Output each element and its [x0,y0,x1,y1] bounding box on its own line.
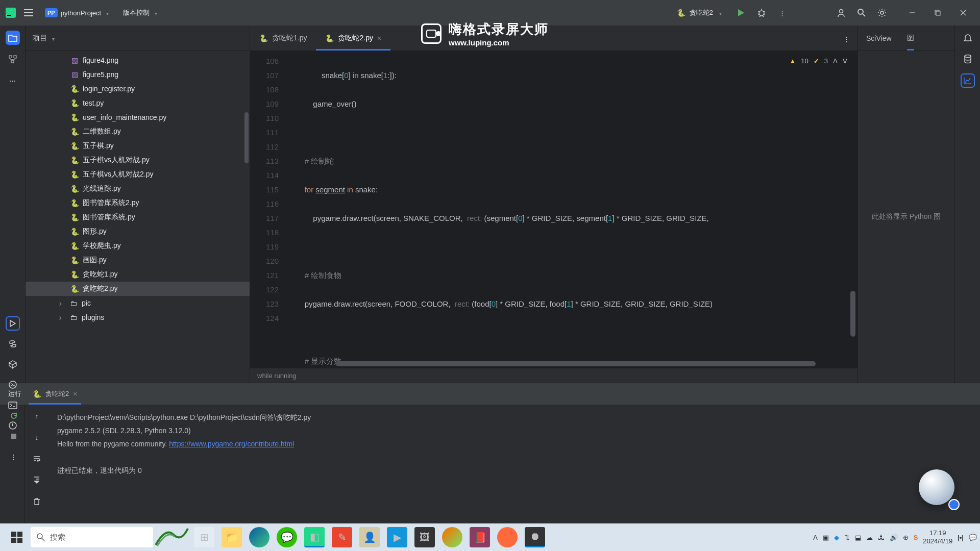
edge-icon[interactable] [249,527,270,547]
project-tool-button[interactable] [6,31,20,45]
file-item[interactable]: 🐍贪吃蛇1.py [26,267,250,282]
file-item[interactable]: ▨figure4.png [26,53,250,67]
down-button[interactable]: ↓ [30,430,44,444]
maximize-button[interactable] [926,5,949,21]
app-icon-6[interactable]: 📕 [470,527,490,547]
wechat-icon[interactable]: 💬 [277,527,297,547]
system-tray[interactable]: ᐱ ▣ ◆ ⇅ ⬓ ☁ 🖧 🔊 ⊕ S 17:19 2024/4/19 |•| … [813,529,977,545]
close-tab-icon[interactable]: × [377,34,381,42]
pygame-link[interactable]: https://www.pygame.org/contribute.html [169,440,294,448]
tray-chevron[interactable]: ᐱ [813,534,818,541]
code-with-me-button[interactable] [835,7,847,19]
scroll-end-button[interactable] [30,473,44,487]
app-icon-2[interactable]: 👤 [359,527,380,547]
run-options-button[interactable]: ⋮ [7,449,21,464]
tray-icon[interactable]: ⊕ [903,534,909,541]
plots-tab[interactable]: 图 [907,26,914,51]
soft-wrap-button[interactable] [30,452,44,466]
folder-item[interactable]: 🗀pic [26,296,250,310]
editor-tab-2[interactable]: 🐍 贪吃蛇2.py × [316,26,390,51]
file-item[interactable]: 🐍二维数组.py [26,124,250,139]
editor-hscrollbar[interactable] [336,361,816,366]
file-item[interactable]: 🐍user_info_maintenance.py [26,110,250,124]
tray-volume-icon[interactable]: 🔊 [890,534,898,541]
inspect-down[interactable]: ᐯ [843,54,847,68]
app-icon-4[interactable]: 🖼 [414,527,435,547]
services-button[interactable] [6,357,20,371]
more-actions-button[interactable]: ⋮ [776,7,788,19]
main-menu-button[interactable] [22,7,35,19]
file-item[interactable]: 🐍光线追踪.py [26,182,250,196]
database-button[interactable] [961,52,975,66]
vcs-menu[interactable]: 版本控制 [119,6,161,19]
notifications-icon[interactable]: 💬 [969,534,977,541]
file-item[interactable]: 🐍图形.py [26,224,250,239]
file-item[interactable]: 🐍test.py [26,96,250,110]
tree-scrollbar[interactable] [244,112,249,163]
sciview-tab[interactable]: SciView [866,26,892,51]
terminal-button[interactable] [6,398,20,412]
python-console-button[interactable] [6,378,20,392]
editor-breadcrumb[interactable]: while running [250,368,857,383]
file-item[interactable]: ▨figure5.png [26,67,250,82]
close-button[interactable] [951,5,975,21]
file-item[interactable]: 🐍login_register.py [26,82,250,96]
settings-button[interactable] [876,7,888,19]
explorer-icon[interactable]: 📁 [222,527,242,547]
run-button[interactable] [735,7,747,19]
file-item[interactable]: 🐍图书管库系统.py [26,210,250,224]
taskbar-clock[interactable]: 17:19 2024/4/19 [923,529,952,545]
run-tool-button[interactable] [6,316,20,331]
file-item[interactable]: 🐍图书管库系统2.py [26,196,250,210]
line-gutter[interactable]: 1061071081091101111121131141151161171181… [250,51,290,368]
file-item[interactable]: 🐍五子棋.py [26,139,250,153]
project-selector[interactable]: PP pythonProject [41,6,113,19]
assistant-bubble[interactable] [919,469,954,505]
taskbar-search[interactable]: 搜索 [31,527,153,547]
tray-icon[interactable]: ⬓ [855,534,861,541]
tray-icon[interactable]: |•| [958,534,964,541]
task-view-button[interactable]: ⊞ [194,527,214,547]
run-config-tab[interactable]: 🐍 贪吃蛇2 × [29,383,81,405]
clear-button[interactable] [30,494,44,509]
file-item[interactable]: 🐍贪吃蛇2.py [26,282,250,296]
tray-icon[interactable]: ▣ [823,534,829,541]
app-icon-5[interactable] [442,527,462,547]
structure-tool-button[interactable] [6,52,20,66]
code-area[interactable]: ▲10 ✓3 ᐱ ᐯ 10610710810911011111211311411… [250,51,857,368]
tray-icon[interactable]: ◆ [834,534,839,541]
editor-vscrollbar[interactable] [850,291,855,337]
folder-item[interactable]: 🗀plugins [26,310,250,324]
minimize-button[interactable] [900,5,924,21]
search-everywhere-button[interactable] [855,7,868,19]
pycharm-taskbar-icon[interactable]: ◧ [304,527,325,547]
code-content[interactable]: snake[0] in snake[1:]): game_over() # 绘制… [290,51,857,368]
app-icon-7[interactable] [497,527,518,547]
app-icon-1[interactable]: ✎ [332,527,352,547]
tray-network-icon[interactable]: 🖧 [878,534,885,541]
python-packages-button[interactable] [6,337,20,351]
inspect-up[interactable]: ᐱ [833,54,838,68]
inspection-widget[interactable]: ▲10 ✓3 ᐱ ᐯ [789,54,847,68]
file-item[interactable]: 🐍学校爬虫.py [26,239,250,253]
file-item[interactable]: 🐍五子棋vs人机对战.py [26,153,250,167]
tab-options-button[interactable]: ⋮ [840,33,852,45]
editor-tab-1[interactable]: 🐍 贪吃蛇1.py [250,26,316,51]
debug-button[interactable] [755,7,768,19]
taskbar-widget[interactable] [153,524,189,550]
file-item[interactable]: 🐍五子棋vs人机对战2.py [26,167,250,182]
more-tools-button[interactable]: ⋯ [6,73,20,88]
run-config-selector[interactable]: 🐍 贪吃蛇2 [672,6,727,19]
sciview-button[interactable] [961,73,975,88]
file-tree[interactable]: ▨figure4.png▨figure5.png🐍login_register.… [26,51,250,383]
file-item[interactable]: 🐍画图.py [26,253,250,267]
start-button[interactable] [3,523,31,551]
tray-icon[interactable]: ☁ [866,534,873,541]
up-button[interactable]: ↑ [30,409,44,423]
app-icon-3[interactable]: ▶ [387,527,407,547]
console-output[interactable]: D:\pythonProject\venv\Scripts\python.exe… [49,405,980,525]
notifications-button[interactable] [961,31,975,45]
tray-icon[interactable]: ⇅ [844,534,850,541]
close-icon[interactable]: × [73,390,77,398]
tray-icon[interactable]: S [914,534,918,541]
